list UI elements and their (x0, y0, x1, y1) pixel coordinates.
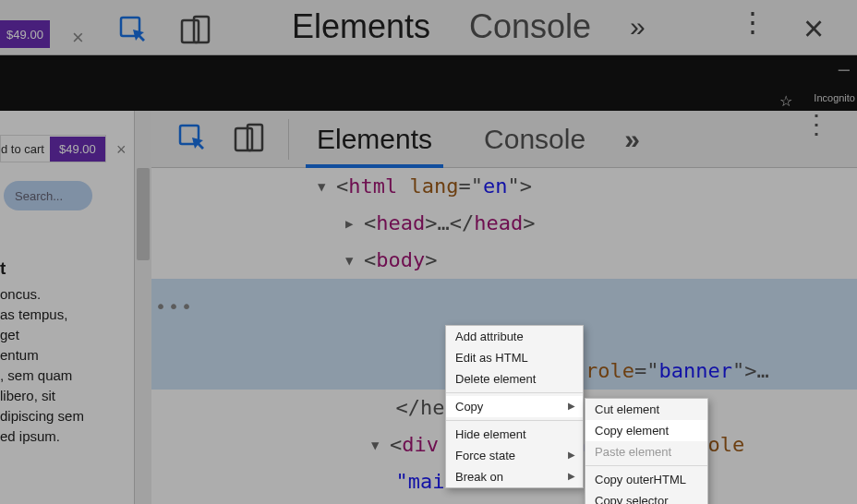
ghost-device-icon (179, 15, 212, 48)
menu-separator (585, 465, 707, 466)
ghost-console-tab: Console (469, 7, 591, 46)
page-left-column: d to cart $49.00 × Search... t oncus. as… (0, 111, 134, 504)
menu-separator (446, 392, 583, 393)
page-body-text: t oncus. as tempus, get entum , sem quam… (0, 258, 111, 447)
ghost-top-strip: $49.00 × Elements Console » ⋮ × (0, 0, 857, 55)
toolbar-separator (288, 119, 289, 160)
menu-add-attribute[interactable]: Add attribute (446, 326, 583, 347)
dom-node-head[interactable]: <head>…</head> (151, 205, 857, 242)
dom-node-body[interactable]: <body> (151, 242, 857, 279)
copy-submenu[interactable]: Cut element Copy element Paste element C… (585, 398, 708, 504)
context-menu[interactable]: Add attribute Edit as HTML Delete elemen… (445, 325, 584, 488)
scrollbar-thumb[interactable] (137, 168, 150, 260)
menu-copy[interactable]: Copy▶ (446, 396, 583, 417)
tab-elements[interactable]: Elements (311, 113, 438, 166)
submenu-paste-element: Paste element (585, 441, 707, 462)
dom-node-html[interactable]: <html lang="en"> (151, 168, 857, 205)
submenu-cut-element[interactable]: Cut element (585, 399, 707, 420)
close-x-icon[interactable]: × (116, 140, 127, 160)
add-to-cart-price: $49.00 (50, 137, 105, 162)
submenu-copy-outerhtml[interactable]: Copy outerHTML (585, 469, 707, 490)
row-actions-icon[interactable]: ••• (155, 288, 194, 325)
inspect-element-icon[interactable] (177, 123, 211, 156)
kebab-menu-icon[interactable]: ⋮ (803, 122, 829, 127)
menu-delete-element[interactable]: Delete element (446, 368, 583, 390)
window-minimize[interactable]: – (839, 57, 850, 81)
submenu-arrow-icon: ▶ (568, 450, 575, 460)
submenu-arrow-icon: ▶ (568, 401, 575, 411)
incognito-label: Incognito (814, 92, 855, 103)
add-to-cart-button[interactable]: d to cart $49.00 (0, 135, 106, 162)
menu-edit-as-html[interactable]: Edit as HTML (446, 347, 583, 368)
add-to-cart-label-fragment: d to cart (1, 142, 50, 156)
dom-node-inner-div[interactable]: <div iner"> (151, 500, 857, 504)
devtools-scrollbar[interactable] (135, 111, 151, 504)
ghost-price-pill: $49.00 (0, 20, 50, 48)
menu-hide-element[interactable]: Hide element (446, 424, 583, 445)
svg-rect-4 (235, 128, 252, 150)
submenu-copy-selector[interactable]: Copy selector (585, 490, 707, 504)
ghost-elements-tab: Elements (292, 7, 430, 46)
ghost-kebab-icon: ⋮ (739, 6, 761, 38)
ghost-more-tabs: » (630, 11, 646, 42)
search-placeholder: Search... (15, 189, 63, 203)
more-tabs-icon[interactable]: » (624, 124, 640, 155)
tab-console[interactable]: Console (478, 113, 591, 166)
ghost-tab-close: × (72, 26, 84, 50)
menu-separator (446, 420, 583, 421)
bookmark-star-icon[interactable]: ☆ (779, 92, 792, 110)
ghost-inspect-icon (118, 15, 151, 48)
submenu-copy-element[interactable]: Copy element (585, 420, 707, 441)
menu-force-state[interactable]: Force state▶ (446, 445, 583, 466)
device-toolbar-icon[interactable] (233, 123, 266, 156)
search-input[interactable]: Search... (4, 181, 92, 210)
browser-chrome-dark: – ☆ Incognito (0, 55, 857, 111)
submenu-arrow-icon: ▶ (568, 471, 575, 481)
ghost-close-icon: × (803, 9, 824, 49)
svg-rect-1 (182, 20, 199, 42)
devtools-toolbar: Elements Console » ⋮ (151, 111, 857, 168)
main-slide: d to cart $49.00 × Search... t oncus. as… (0, 111, 857, 504)
menu-break-on[interactable]: Break on▶ (446, 466, 583, 487)
